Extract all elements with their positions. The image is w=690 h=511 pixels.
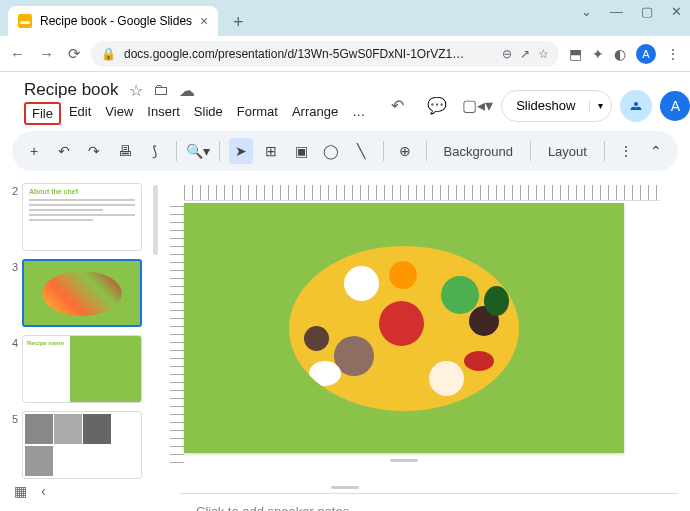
cloud-icon[interactable]: ☁	[179, 81, 195, 100]
image-tool[interactable]: ▣	[289, 138, 313, 164]
undo-button[interactable]: ↶	[52, 138, 76, 164]
star-icon[interactable]: ☆	[129, 81, 143, 100]
minimize-icon[interactable]: —	[610, 4, 623, 19]
collapse-toolbar-icon[interactable]: ⌃	[644, 143, 668, 159]
slide-canvas[interactable]	[184, 203, 624, 453]
ruler-vertical	[170, 203, 184, 463]
browser-tab[interactable]: ▬ Recipe book - Google Slides ×	[8, 6, 218, 36]
close-tab-icon[interactable]: ×	[200, 13, 208, 29]
shape-tool[interactable]: ◯	[319, 138, 343, 164]
profile-avatar[interactable]: A	[636, 44, 656, 64]
menu-edit[interactable]: Edit	[63, 102, 97, 125]
pinned-ext-icon[interactable]: ◐	[614, 46, 626, 62]
menu-slide[interactable]: Slide	[188, 102, 229, 125]
menu-insert[interactable]: Insert	[141, 102, 186, 125]
slideshow-dropdown[interactable]: ▾	[589, 100, 611, 111]
address-bar[interactable]: 🔒 docs.google.com/presentation/d/13Wn-5G…	[91, 41, 559, 67]
lock-icon: 🔒	[101, 47, 116, 61]
menu-bar: File Edit View Insert Slide Format Arran…	[24, 102, 371, 125]
url-text: docs.google.com/presentation/d/13Wn-5GwS…	[124, 47, 494, 61]
chevron-down-icon[interactable]: ⌄	[581, 4, 592, 19]
textbox-tool[interactable]: ⊞	[259, 138, 283, 164]
new-tab-button[interactable]: +	[224, 8, 252, 36]
extensions-icon[interactable]: ✦	[592, 46, 604, 62]
line-tool[interactable]: ╲	[349, 138, 373, 164]
slide-thumb-5[interactable]	[22, 411, 142, 479]
separator	[176, 141, 177, 161]
thumb-number: 3	[6, 259, 18, 327]
comments-icon[interactable]: 💬	[421, 90, 453, 122]
ruler-horizontal	[184, 185, 660, 201]
grid-view-icon[interactable]: ▦	[14, 483, 27, 499]
separator	[383, 141, 384, 161]
zoom-icon[interactable]: ⊖	[502, 47, 512, 61]
layout-button[interactable]: Layout	[540, 144, 595, 159]
slide-thumb-2[interactable]: About the chef	[22, 183, 142, 251]
notes-resize-handle[interactable]	[331, 486, 359, 489]
select-tool[interactable]: ➤	[229, 138, 253, 164]
menu-more[interactable]: …	[346, 102, 371, 125]
thumbnails-panel: 2 About the chef 3 4 Recipe name 5	[0, 175, 160, 485]
expand-panel-icon[interactable]: ‹	[41, 483, 46, 499]
menu-file[interactable]: File	[24, 102, 61, 125]
print-button[interactable]: 🖶	[112, 138, 136, 164]
slide-resize-handle[interactable]	[390, 459, 418, 462]
share-url-icon[interactable]: ↗	[520, 47, 530, 61]
menu-format[interactable]: Format	[231, 102, 284, 125]
separator	[604, 141, 605, 161]
tab-title: Recipe book - Google Slides	[40, 14, 192, 28]
speaker-notes[interactable]: Click to add speaker notes	[180, 493, 678, 511]
thumb-number: 4	[6, 335, 18, 403]
slideshow-button[interactable]: Slideshow ▾	[501, 90, 612, 122]
reload-icon[interactable]: ⟳	[68, 45, 81, 63]
slide-thumb-4[interactable]: Recipe name	[22, 335, 142, 403]
back-icon[interactable]: ←	[10, 45, 25, 63]
scrollbar[interactable]	[153, 185, 158, 255]
separator	[530, 141, 531, 161]
more-options-button[interactable]: ⋮	[614, 138, 638, 164]
menu-arrange[interactable]: Arrange	[286, 102, 344, 125]
maximize-icon[interactable]: ▢	[641, 4, 653, 19]
comment-button[interactable]: ⊕	[392, 138, 416, 164]
chrome-menu-icon[interactable]: ⋮	[666, 46, 680, 62]
toolbar: + ↶ ↷ 🖶 ⟆ 🔍▾ ➤ ⊞ ▣ ◯ ╲ ⊕ Background Layo…	[12, 131, 678, 171]
new-slide-button[interactable]: +	[22, 138, 46, 164]
paint-format-button[interactable]: ⟆	[143, 138, 167, 164]
slide-thumb-3[interactable]	[22, 259, 142, 327]
install-icon[interactable]: ⬒	[569, 46, 582, 62]
share-button[interactable]	[620, 90, 652, 122]
background-button[interactable]: Background	[436, 144, 521, 159]
meet-icon[interactable]: ▢◂▾	[461, 90, 493, 122]
menu-view[interactable]: View	[99, 102, 139, 125]
bookmark-icon[interactable]: ☆	[538, 47, 549, 61]
close-window-icon[interactable]: ✕	[671, 4, 682, 19]
doc-title[interactable]: Recipe book	[24, 80, 119, 100]
slides-favicon: ▬	[18, 14, 32, 28]
move-icon[interactable]: 🗀	[153, 81, 169, 99]
redo-button[interactable]: ↷	[82, 138, 106, 164]
account-avatar[interactable]: A	[660, 91, 690, 121]
thumb-number: 2	[6, 183, 18, 251]
separator	[219, 141, 220, 161]
zoom-button[interactable]: 🔍▾	[186, 138, 210, 164]
food-image-oval[interactable]	[289, 246, 519, 411]
slideshow-label: Slideshow	[502, 98, 589, 113]
forward-icon[interactable]: →	[39, 45, 54, 63]
separator	[426, 141, 427, 161]
history-icon[interactable]: ↶	[381, 90, 413, 122]
thumb-number: 5	[6, 411, 18, 479]
